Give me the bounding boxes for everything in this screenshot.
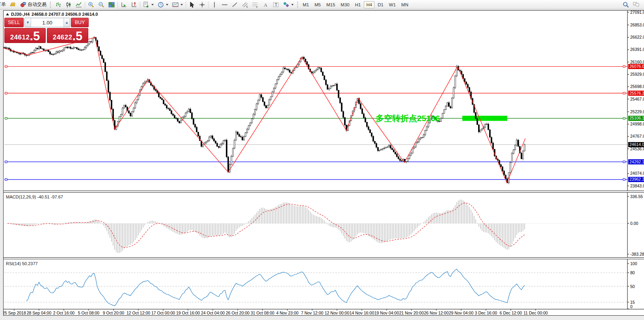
horizontal-levels[interactable] [4, 65, 627, 180]
template-icon [172, 2, 179, 8]
shapes-tool[interactable] [281, 1, 296, 9]
time-axis-label: 25 Sep 2018 [4, 311, 26, 315]
shapes-caret-icon [291, 4, 294, 6]
tf-M5[interactable]: M5 [312, 1, 323, 8]
timeframes-drag-handle[interactable] [297, 2, 299, 8]
new-order-button[interactable]: 订单 [0, 1, 8, 9]
rsi-axis: 1008050150 [627, 259, 637, 309]
trendline-icon [232, 2, 238, 8]
main-price-chart[interactable]: 多空转折点2510627091.026853.026622.026391.026… [4, 11, 644, 191]
tf-M30[interactable]: M30 [338, 1, 352, 8]
rsi-axis-label: 0 [630, 304, 633, 309]
channel-tool[interactable]: E [240, 1, 250, 9]
zoom-in-button[interactable] [86, 1, 96, 9]
gold-button[interactable] [8, 1, 18, 9]
line-chart-button[interactable] [74, 1, 84, 9]
price-tag-label: 25576.3 [629, 91, 644, 95]
tf-D1[interactable]: D1 [375, 1, 386, 8]
new-order-label: 订单 [0, 1, 6, 8]
zoom-out-button[interactable] [96, 1, 106, 9]
add-indicator-button[interactable] [141, 1, 156, 9]
toolbar: 订单 自动交易 [0, 0, 644, 9]
chart-window: DJ30-,H4 24658.0 24707.0 24506.0 24614.0… [3, 10, 644, 316]
add-indicator-icon [143, 2, 149, 8]
sell-price: 24612 [10, 34, 30, 41]
rsi-axis-label: 80 [630, 270, 635, 275]
templates-button[interactable] [170, 1, 185, 9]
time-axis-label: 29 Nov 04:00 [449, 311, 474, 315]
macd-plot[interactable]: 336.550.00-383.28 [4, 193, 644, 257]
fibonacci-tool[interactable]: F [250, 1, 261, 9]
text-tool[interactable]: A [261, 1, 271, 9]
rsi-axis-label: 50 [630, 284, 635, 289]
time-axis-label: 6 Dec 12:00 [500, 311, 522, 315]
buy-price-fraction: .5 [72, 31, 82, 41]
crosshair-icon [199, 2, 205, 8]
tf-M15[interactable]: M15 [324, 1, 337, 8]
collapse-icon[interactable] [6, 13, 9, 15]
search-icon[interactable] [623, 2, 629, 8]
crosshair-button[interactable] [197, 1, 207, 9]
chart-shift-button[interactable] [129, 1, 139, 9]
time-axis-label: 9 Oct 20:00 [103, 311, 124, 315]
horizontal-line-tool[interactable] [220, 1, 230, 9]
price-axis-label: 25229.0 [630, 109, 644, 114]
workspace: DJ30-,H4 24658.0 24707.0 24506.0 24614.0… [0, 9, 644, 320]
cursor-arrow-icon [189, 2, 195, 8]
cursor-button[interactable] [187, 1, 197, 9]
zoom-out-icon [98, 2, 104, 8]
buy-button[interactable]: BUY [71, 18, 89, 27]
buy-price-box[interactable]: 24622 .5 [47, 28, 88, 43]
bar-chart-button[interactable] [53, 1, 63, 9]
sell-price-box[interactable]: 24612 .5 [4, 28, 46, 43]
trendline-tool[interactable] [230, 1, 240, 9]
svg-text:A: A [264, 2, 268, 7]
price-tag-label: 24292.1 [629, 159, 644, 164]
time-axis[interactable]: 25 Sep 201828 Sep 04:002 Oct 16:005 Oct … [4, 309, 644, 316]
macd-pane: MACD(12,26,9) -40.51 -97.67 336.550.00-3… [4, 193, 644, 257]
label-tool[interactable]: T [271, 1, 281, 9]
time-axis-label: 12 Oct 12:00 [127, 311, 150, 315]
time-axis-label: 28 Sep 04:00 [27, 311, 52, 315]
rsi-axis-label: 100 [630, 261, 637, 266]
caret-down-icon: ▼ [26, 21, 30, 24]
price-tag-label: 26076.0 [629, 64, 644, 69]
rsi-plot[interactable]: 1008050150 [4, 259, 644, 309]
price-axis-label: 24998.0 [630, 122, 644, 126]
annotation-text[interactable]: 多空转折点25106 [376, 114, 440, 123]
chat-icon[interactable] [632, 2, 640, 8]
tf-H1[interactable]: H1 [353, 1, 363, 8]
time-axis-label: 12 Nov 00:00 [325, 311, 350, 315]
tile-windows-button[interactable] [106, 1, 117, 9]
volume-increase-button[interactable]: ▲ [63, 18, 70, 27]
symbol-period-label: DJ30-,H4 [11, 12, 30, 17]
tf-H4[interactable]: H4 [364, 1, 374, 8]
shapes-icon [283, 2, 289, 8]
tf-MN[interactable]: MN [399, 1, 411, 8]
time-axis-label: 24 Oct 04:00 [201, 311, 225, 315]
price-axis-label: 26160.0 [630, 60, 644, 64]
periods-button[interactable] [156, 1, 170, 9]
auto-scroll-icon [121, 2, 127, 8]
time-axis-label: 31 Oct 08:00 [251, 311, 274, 315]
zigzag-line[interactable] [4, 37, 525, 183]
auto-trading-button[interactable]: 自动交易 [18, 1, 48, 9]
auto-scroll-button[interactable] [119, 1, 129, 9]
vertical-line-tool[interactable] [209, 1, 220, 9]
volume-value[interactable]: 1.00 [31, 18, 63, 27]
highlight-bar[interactable] [462, 116, 507, 121]
tf-M1[interactable]: M1 [300, 1, 311, 8]
volume-decrease-button[interactable]: ▼ [25, 18, 31, 27]
one-click-trading-panel: SELL ▼ 1.00 ▲ BUY 24612 .5 24622 [4, 18, 89, 43]
text-icon: A [262, 2, 269, 8]
candlestick-chart-button[interactable] [63, 1, 74, 9]
svg-text:T: T [275, 2, 277, 7]
toolbar-drag-handle[interactable] [50, 2, 52, 8]
macd-axis-label: 336.55 [630, 194, 643, 199]
add-indicator-caret-icon [151, 4, 154, 6]
macd-axis-label: -383.28 [630, 252, 644, 256]
trading-terminal: 订单 自动交易 [0, 0, 644, 320]
sell-button[interactable]: SELL [4, 18, 24, 27]
tf-W1[interactable]: W1 [387, 1, 398, 8]
time-axis-label: 3 Dec 16:00 [475, 311, 497, 315]
